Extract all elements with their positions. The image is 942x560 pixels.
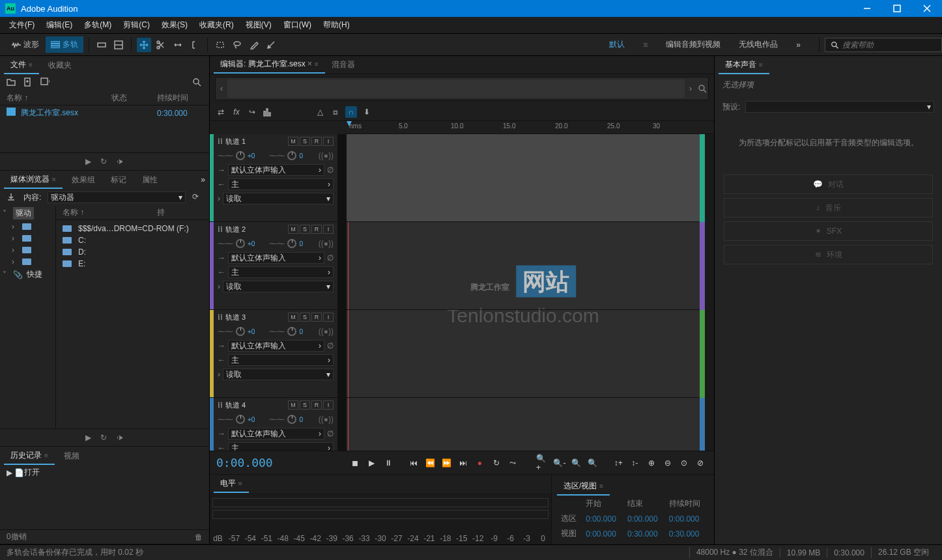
zoom-in-icon[interactable]: 🔍+ — [536, 455, 550, 471]
arm-record-button[interactable]: R — [311, 400, 322, 410]
mode-waveform[interactable]: 波形 — [7, 36, 44, 53]
pan-knob[interactable] — [287, 327, 296, 336]
assign-sfx-button[interactable]: ✶SFX — [724, 221, 933, 241]
close-button[interactable] — [912, 0, 942, 17]
maximize-button[interactable] — [882, 0, 912, 17]
col-duration[interactable]: 持续时间 — [157, 92, 203, 104]
pan-value[interactable]: 0 — [299, 328, 303, 335]
output-select[interactable]: 主› — [228, 442, 334, 451]
mb-loop-icon[interactable]: ↻ — [100, 433, 107, 442]
solo-button[interactable]: S — [300, 313, 310, 322]
vscrollbar[interactable] — [705, 134, 714, 451]
mb-col-duration[interactable]: 持 — [157, 207, 203, 218]
track-grip-icon[interactable]: ⁞⁞ — [218, 137, 223, 146]
input-select[interactable]: 默认立体声输入› — [228, 428, 324, 440]
input-monitor-button[interactable]: I — [323, 400, 334, 410]
menu-window[interactable]: 窗口(W) — [278, 18, 317, 33]
workspace-edit-av[interactable]: 编辑音频到视频 — [659, 36, 727, 53]
tab-properties[interactable]: 属性 — [136, 172, 164, 188]
tab-media-browser[interactable]: 媒体浏览器≡ — [4, 171, 63, 189]
arm-record-button[interactable]: R — [311, 137, 322, 146]
input-select[interactable]: 默认立体声输入› — [228, 252, 324, 264]
volume-knob[interactable] — [236, 415, 245, 424]
lane-color-marker[interactable] — [700, 261, 705, 310]
col-name[interactable]: 名称 ↑ — [7, 92, 111, 104]
search-help[interactable] — [825, 38, 942, 52]
input-phase-icon[interactable]: ∅ — [327, 429, 334, 438]
volume-knob[interactable] — [236, 239, 245, 248]
volume-value[interactable]: +0 — [248, 240, 255, 247]
track-header[interactable]: ⁞⁞轨道 1 MSRI ⁓⁓+0 ⁓⁓0 ((●)) →默认立体声输入›∅ ←主… — [210, 134, 347, 222]
input-monitor-button[interactable]: I — [323, 313, 334, 322]
tree-drives-root[interactable]: ˅驱动 — [0, 206, 55, 221]
overview-scrubber[interactable] — [227, 79, 685, 98]
tool-pitch-icon[interactable] — [111, 38, 126, 52]
menu-help[interactable]: 帮助(H) — [318, 18, 355, 33]
input-select[interactable]: 默认立体声输入› — [228, 164, 324, 176]
tab-video[interactable]: 视频 — [57, 448, 86, 464]
tab-levels[interactable]: 电平≡ — [214, 475, 249, 493]
refresh-icon[interactable]: ⟳ — [192, 192, 203, 203]
zoom-out-point-icon[interactable]: ⊖ — [661, 455, 674, 471]
tb-snap-icon[interactable]: ⧈ — [330, 106, 341, 118]
tree-drive[interactable]: › — [0, 232, 55, 244]
tab-fxgroup[interactable]: 效果组 — [65, 172, 102, 188]
forward-button[interactable]: ⏩ — [440, 455, 453, 471]
menu-clip[interactable]: 剪辑(C) — [118, 18, 155, 33]
input-phase-icon[interactable]: ∅ — [327, 253, 334, 262]
arm-record-button[interactable]: R — [311, 313, 322, 322]
volume-value[interactable]: +0 — [248, 152, 255, 160]
new-multitrack-icon[interactable] — [40, 77, 51, 88]
assign-music-button[interactable]: ♪音乐 — [724, 198, 933, 217]
track-lane[interactable] — [347, 222, 700, 310]
workspace-default[interactable]: 默认 — [603, 36, 631, 53]
input-phase-icon[interactable]: ∅ — [327, 341, 334, 350]
open-file-icon[interactable] — [7, 77, 17, 88]
solo-button[interactable]: S — [300, 137, 310, 146]
track-header[interactable]: ⁞⁞轨道 2 MSRI ⁓⁓+0 ⁓⁓0 ((●)) →默认立体声输入›∅ ←主… — [210, 222, 347, 310]
tool-marquee-icon[interactable] — [213, 38, 227, 52]
tb-fx-icon[interactable]: fx — [231, 106, 242, 118]
timeline-ruler[interactable]: hms 5.0 10.0 15.0 20.0 25.0 30 — [347, 121, 714, 134]
automation-mode-select[interactable]: 读取▾ — [223, 193, 334, 204]
content-select[interactable]: 驱动器▾ — [48, 191, 186, 203]
panel-more-icon[interactable]: » — [197, 175, 209, 184]
zoom-out-icon[interactable]: 🔍- — [552, 455, 566, 471]
mute-button[interactable]: M — [288, 225, 298, 234]
menu-favorites[interactable]: 收藏夹(R) — [194, 18, 239, 33]
track-grip-icon[interactable]: ⁞⁞ — [218, 225, 223, 234]
tab-files[interactable]: 文件≡ — [4, 57, 39, 74]
tb-send-icon[interactable]: ↪ — [246, 106, 258, 118]
list-item[interactable]: C: — [60, 234, 205, 246]
track-name[interactable]: 轨道 2 — [225, 225, 285, 234]
zoom-out-v-icon[interactable]: ↕- — [628, 455, 642, 471]
tab-sel-view[interactable]: 选区/视图≡ — [557, 478, 610, 496]
track-lane[interactable] — [347, 310, 700, 398]
tb-eq-icon[interactable] — [262, 106, 274, 118]
input-phase-icon[interactable]: ∅ — [327, 165, 334, 175]
new-file-icon[interactable] — [23, 77, 34, 88]
zoom-sel-out-icon[interactable]: ⊘ — [694, 455, 707, 471]
tab-essential-sound[interactable]: 基本声音≡ — [719, 57, 769, 74]
track-name[interactable]: 轨道 4 — [225, 400, 285, 410]
track-header[interactable]: ⁞⁞轨道 4 MSRI ⁓⁓+0 ⁓⁓0 ((●)) →默认立体声输入›∅ ←主… — [210, 398, 347, 451]
go-start-button[interactable]: ⏮ — [407, 455, 421, 471]
zoom-sel-in-icon[interactable]: ⊙ — [677, 455, 691, 471]
tb-metronome-icon[interactable]: △ — [314, 106, 326, 118]
tool-brush-icon[interactable] — [247, 38, 261, 52]
lane-color-marker[interactable] — [700, 310, 705, 398]
zoom-in-v-icon[interactable]: ↕+ — [612, 455, 625, 471]
solo-button[interactable]: S — [300, 400, 310, 410]
pan-knob[interactable] — [287, 151, 296, 160]
tool-spectral-icon[interactable] — [94, 38, 109, 52]
zoom-in-point-icon[interactable]: ⊕ — [644, 455, 658, 471]
preview-play-icon[interactable]: ▶ — [85, 157, 91, 166]
pan-value[interactable]: 0 — [299, 416, 303, 423]
mute-button[interactable]: M — [288, 137, 298, 146]
timecode[interactable]: 0:00.000 — [216, 456, 285, 469]
tab-favorites[interactable]: 收藏夹 — [42, 57, 78, 74]
tool-razor-icon[interactable] — [154, 38, 168, 52]
input-monitor-button[interactable]: I — [323, 225, 334, 234]
track-name[interactable]: 轨道 3 — [225, 313, 285, 322]
menu-edit[interactable]: 编辑(E) — [41, 18, 78, 33]
